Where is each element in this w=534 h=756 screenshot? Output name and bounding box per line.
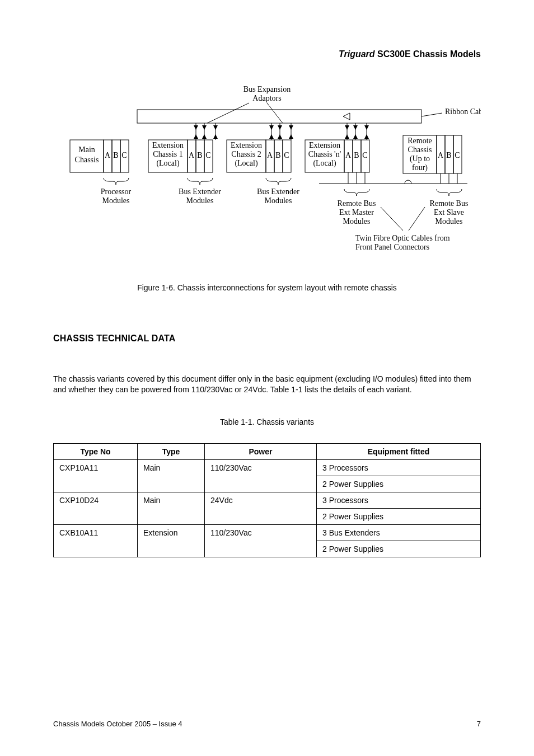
twin-l1: Twin Fibre Optic Cables from	[355, 234, 450, 242]
cell-type-no: CXP10A11	[54, 459, 138, 492]
table-row: CXP10A11 Main 110/230Vac 3 Processors	[54, 459, 481, 476]
table-header-row: Type No Type Power Equipment fitted	[54, 443, 481, 459]
svg-marker-26	[345, 125, 349, 130]
ext2-l1: Extension	[231, 141, 262, 149]
ext2-b: B	[275, 151, 280, 159]
svg-marker-10	[194, 134, 198, 139]
remote-l4: four)	[412, 163, 428, 172]
extn-c: C	[362, 151, 367, 159]
svg-marker-9	[213, 125, 218, 130]
main-chassis-l2: Chassis	[75, 156, 99, 164]
svg-line-59	[381, 207, 403, 231]
ext2-l3: (Local)	[235, 159, 258, 168]
extn-l3: (Local)	[313, 159, 336, 168]
table-caption: Table 1-1. Chassis variants	[53, 417, 481, 426]
ribbon-label: Ribbon Cables	[445, 107, 481, 116]
remote-master-l3: Modules	[343, 217, 371, 226]
product-name-italic: Triguard	[339, 49, 375, 59]
th-power: Power	[205, 443, 317, 459]
svg-marker-18	[289, 125, 293, 130]
main-a: A	[105, 151, 111, 159]
cell-type-no: CXP10D24	[54, 492, 138, 524]
body-paragraph: The chassis variants covered by this doc…	[53, 374, 481, 395]
diagram-container: Bus Expansion Adaptors Ribbon Cables	[53, 85, 481, 264]
adaptor-group-1	[194, 123, 218, 140]
ext2-l2: Chassis 2	[231, 150, 261, 158]
extn-l2: Chassis 'n'	[308, 150, 341, 158]
cell-equip: 2 Power Supplies	[317, 476, 481, 492]
svg-marker-12	[213, 134, 218, 139]
adaptor-group-2	[269, 123, 293, 140]
extn-chassis-box: Extension Chassis 'n' (Local) A B C	[305, 140, 369, 172]
cell-type: Main	[138, 492, 205, 524]
svg-marker-20	[278, 134, 282, 139]
svg-marker-29	[345, 134, 349, 139]
svg-marker-11	[202, 134, 207, 139]
product-name-rest: SC300E Chassis Models	[375, 49, 481, 59]
remote-slave-l3: Modules	[435, 217, 463, 226]
svg-marker-21	[289, 134, 293, 139]
svg-marker-7	[194, 125, 198, 130]
cell-power: 110/230Vac	[205, 459, 317, 492]
remote-b: B	[446, 151, 451, 159]
ext1-l3: (Local)	[156, 159, 180, 168]
remote-l3: (Up to	[410, 154, 430, 163]
busext2-l1: Bus Extender	[257, 187, 299, 196]
page-header: Triguard SC300E Chassis Models	[339, 49, 481, 59]
system-diagram: Bus Expansion Adaptors Ribbon Cables	[53, 85, 481, 264]
svg-marker-30	[353, 134, 358, 139]
main-chassis-box: Main Chassis A B C	[70, 140, 129, 172]
svg-marker-8	[202, 125, 207, 130]
cell-equip: 3 Processors	[317, 459, 481, 476]
svg-line-60	[409, 207, 425, 231]
remote-l2: Chassis	[408, 145, 432, 154]
remote-master-l2: Ext Master	[339, 208, 374, 217]
remote-a: A	[438, 151, 444, 159]
svg-line-3	[421, 113, 442, 116]
extn-a: A	[345, 151, 352, 159]
busext2-l2: Modules	[265, 196, 292, 205]
ext1-l2: Chassis 1	[153, 150, 182, 158]
table-row: CXP10D24 Main 24Vdc 3 Processors	[54, 492, 481, 508]
main-chassis-l1: Main	[78, 145, 95, 154]
svg-rect-2	[137, 110, 421, 123]
bus-adaptors-label2: Adaptors	[252, 94, 281, 102]
processor-l2: Modules	[102, 196, 130, 205]
cell-equip: 3 Processors	[317, 492, 481, 508]
svg-line-1	[267, 103, 283, 123]
ext1-a: A	[189, 151, 195, 159]
remote-master-l1: Remote Bus	[338, 199, 376, 208]
extn-b: B	[354, 151, 359, 159]
cell-power: 110/230Vac	[205, 524, 317, 557]
remote-slave-l1: Remote Bus	[430, 199, 469, 208]
main-b: B	[113, 151, 118, 159]
processor-l1: Processor	[101, 187, 132, 196]
remote-l1: Remote	[407, 137, 432, 145]
twin-l2: Front Panel Connectors	[355, 243, 429, 251]
svg-line-0	[207, 103, 249, 123]
cell-power: 24Vdc	[205, 492, 317, 524]
figure-caption: Figure 1-6. Chassis interconnections for…	[53, 283, 481, 292]
footer-left: Chassis Models October 2005 – Issue 4	[53, 720, 182, 728]
extn-l1: Extension	[309, 141, 340, 149]
cell-equip: 2 Power Supplies	[317, 508, 481, 524]
remote-c: C	[455, 151, 460, 159]
ext2-chassis-box: Extension Chassis 2 (Local) A B C	[227, 140, 291, 172]
ext2-c: C	[284, 151, 289, 159]
ext2-a: A	[267, 151, 273, 159]
ext1-chassis-box: Extension Chassis 1 (Local) A B C	[148, 140, 213, 172]
svg-marker-22	[343, 113, 350, 120]
cell-type-no: CXB10A11	[54, 524, 138, 557]
ext1-c: C	[205, 151, 210, 159]
remote-chassis-box: Remote Chassis (Up to four) A B C	[403, 135, 462, 173]
cell-type: Extension	[138, 524, 205, 557]
th-equipment: Equipment fitted	[317, 443, 481, 459]
ext1-l1: Extension	[152, 141, 184, 149]
remote-slave-l2: Ext Slave	[434, 208, 464, 217]
th-type-no: Type No	[54, 443, 138, 459]
cell-equip: 3 Bus Extenders	[317, 524, 481, 541]
svg-marker-19	[269, 134, 274, 139]
svg-marker-16	[269, 125, 274, 130]
chassis-variants-table: Type No Type Power Equipment fitted CXP1…	[53, 443, 481, 557]
cell-type: Main	[138, 459, 205, 492]
